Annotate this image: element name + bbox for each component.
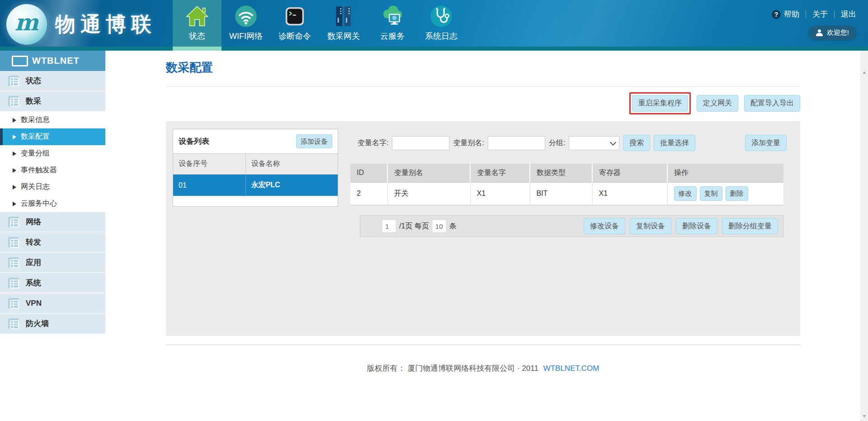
grid-icon: [8, 298, 19, 309]
tab-data-gateway[interactable]: 数采网关: [319, 0, 368, 47]
delete-group-variable-button[interactable]: 删除分组变量: [722, 218, 778, 234]
sidebar-item-cloud-center[interactable]: 云服务中心: [0, 195, 105, 212]
tab-status[interactable]: 状态: [173, 0, 222, 47]
delete-button[interactable]: 删除: [726, 186, 748, 200]
about-link[interactable]: 关于: [812, 9, 828, 19]
sidebar-item-da-config[interactable]: 数采配置: [0, 128, 105, 145]
sidebar-item-label: 变量分组: [21, 149, 50, 158]
sidebar-item-application[interactable]: 应用: [0, 253, 105, 273]
logo-mark: m: [15, 9, 39, 36]
scroll-down-arrow[interactable]: [860, 412, 868, 420]
page-suffix-text: /1页 每页: [399, 222, 429, 231]
arrow-right-icon: [13, 185, 16, 189]
sidebar-item-label: 应用: [26, 257, 41, 268]
delete-device-button[interactable]: 删除设备: [676, 218, 717, 234]
main-content: 数采配置 重启采集程序 定义网关 配置导入导出 设备列表 添加设备 设备序号: [105, 51, 860, 421]
tab-wifi-network[interactable]: WIFI网络: [222, 0, 270, 47]
sidebar-item-label: 事件触发器: [21, 166, 57, 175]
tab-cloud-service[interactable]: 云服务: [368, 0, 417, 47]
copy-device-button[interactable]: 复制设备: [630, 218, 671, 234]
group-label: 分组:: [549, 138, 565, 148]
tab-system-log[interactable]: 系统日志: [417, 0, 466, 47]
variable-alias-input[interactable]: [488, 136, 545, 150]
device-name: 永宏PLC: [245, 175, 338, 196]
modify-button[interactable]: 修改: [674, 186, 697, 200]
variable-search-bar: 变量名字: 变量别名: 分组: 搜索 批量选择 添加变量: [358, 135, 787, 151]
variable-row: 2 开关 X1 BIT X1 修改 复制 删除: [350, 182, 783, 205]
logout-link[interactable]: 退出: [841, 9, 856, 19]
gateway-icon: [330, 3, 357, 29]
tab-label: 诊断命令: [278, 31, 311, 42]
sidebar: WTBLNET 状态 数采 数采信息 数采配置 变量分组 事件触发器 网关日志 …: [0, 51, 105, 421]
terminal-icon: [282, 3, 308, 29]
copy-button[interactable]: 复制: [700, 186, 722, 200]
help-link[interactable]: ? 帮助: [772, 9, 799, 19]
sidebar-item-label: 网关日志: [21, 182, 50, 192]
var-col-datatype: 数据类型: [530, 164, 592, 182]
variable-name-input[interactable]: [392, 136, 449, 150]
add-device-button[interactable]: 添加设备: [296, 134, 332, 148]
device-list-title: 设备列表: [179, 136, 209, 147]
sidebar-item-firewall[interactable]: 防火墙: [0, 314, 105, 334]
grid-icon: [8, 217, 19, 227]
sidebar-item-da-info[interactable]: 数采信息: [0, 112, 105, 128]
footer-link[interactable]: WTBLNET.COM: [543, 364, 599, 373]
sidebar-item-label: 系统: [26, 278, 41, 288]
link-divider: [806, 10, 806, 18]
batch-select-button[interactable]: 批量选择: [654, 135, 695, 151]
sidebar-item-variable-group[interactable]: 变量分组: [0, 145, 105, 162]
sidebar-item-gateway-log[interactable]: 网关日志: [0, 179, 105, 195]
footer: 版权所有： 厦门物通博联网络科技有限公司 · 2011 WTBLNET.COM: [166, 363, 800, 374]
group-select[interactable]: [569, 136, 619, 150]
brand-logo: m 物通博联: [6, 4, 156, 45]
var-col-register: 寄存器: [592, 164, 667, 182]
logout-label: 退出: [841, 9, 856, 19]
sidebar-item-event-trigger[interactable]: 事件触发器: [0, 162, 105, 179]
sidebar-item-system[interactable]: 系统: [0, 273, 105, 293]
logo-icon: m: [6, 4, 47, 45]
welcome-badge: 欢迎您!: [809, 26, 856, 40]
var-id: 2: [350, 182, 387, 205]
header-bottom-strip: [0, 47, 868, 51]
group-select-wrap: [569, 136, 619, 150]
arrow-right-icon: [13, 151, 16, 156]
config-import-export-button[interactable]: 配置导入导出: [744, 95, 800, 111]
restart-collector-button[interactable]: 重启采集程序: [632, 95, 688, 111]
add-variable-button[interactable]: 添加变量: [745, 135, 787, 151]
device-col-serial: 设备序号: [173, 154, 245, 175]
device-empty-row: [173, 196, 338, 206]
grid-icon: [8, 76, 19, 86]
device-row[interactable]: 01 永宏PLC: [173, 175, 338, 196]
sidebar-item-forwarding[interactable]: 转发: [0, 232, 105, 253]
page-size-input[interactable]: [432, 220, 446, 232]
sidebar-item-vpn[interactable]: VPN: [0, 293, 105, 314]
var-col-operation: 操作: [667, 164, 783, 182]
define-gateway-button[interactable]: 定义网关: [697, 95, 738, 111]
logo-text: 物通博联: [55, 11, 156, 38]
sidebar-item-label: 数采: [26, 96, 41, 106]
tab-label: 系统日志: [425, 31, 458, 42]
page-number-input[interactable]: [382, 220, 396, 232]
stethoscope-icon: [428, 3, 454, 29]
sidebar-item-label: 状态: [26, 76, 41, 86]
sidebar-item-network[interactable]: 网络: [0, 212, 105, 232]
search-button[interactable]: 搜索: [623, 135, 650, 151]
home-icon: [184, 3, 210, 29]
grid-icon: [8, 96, 19, 107]
scroll-up-arrow[interactable]: [860, 69, 868, 76]
modify-device-button[interactable]: 修改设备: [584, 218, 625, 234]
variable-name-label: 变量名字:: [358, 138, 388, 148]
sidebar-item-data-acquisition[interactable]: 数采: [0, 91, 105, 112]
device-table: 设备序号 设备名称 01 永宏PLC: [173, 153, 338, 206]
welcome-text: 欢迎您!: [827, 28, 849, 37]
tab-diagnostic-command[interactable]: 诊断命令: [270, 0, 319, 47]
restart-highlight-box: 重启采集程序: [629, 92, 691, 114]
var-datatype: BIT: [530, 182, 592, 205]
top-links: ? 帮助 关于 退出: [772, 9, 856, 19]
arrow-right-icon: [13, 168, 16, 173]
vertical-scrollbar[interactable]: [860, 51, 868, 421]
var-register: X1: [592, 182, 667, 205]
sidebar-item-status[interactable]: 状态: [0, 71, 105, 91]
help-icon: ?: [772, 10, 781, 19]
wifi-icon: [233, 3, 259, 29]
